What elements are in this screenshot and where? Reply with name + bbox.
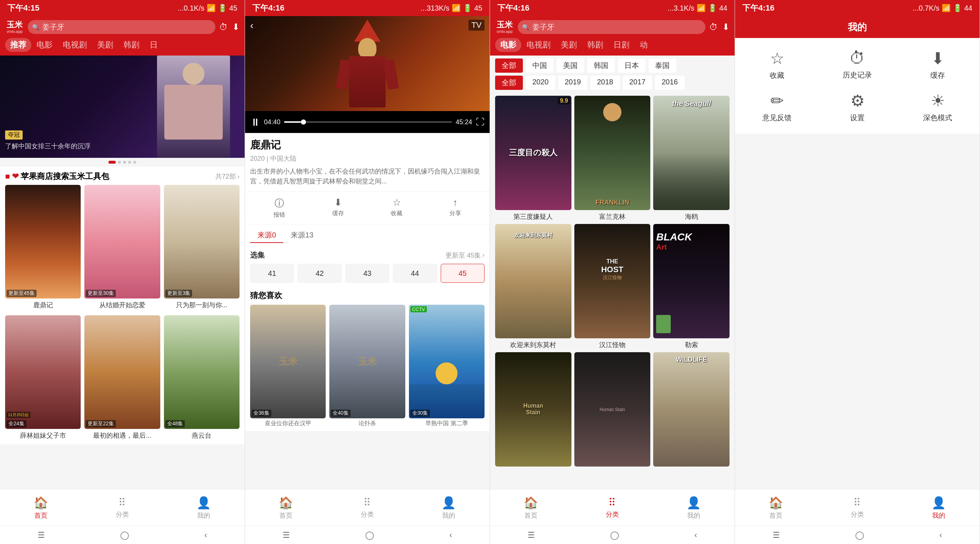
search-bar-3[interactable]: 🔍 姜子牙	[518, 20, 705, 34]
filter-jp[interactable]: 日本	[618, 59, 646, 73]
bottom-nav-home-3[interactable]: 🏠 首页	[523, 496, 538, 520]
history-icon-3[interactable]: ⏱	[709, 22, 718, 32]
sys-home-2[interactable]: ◯	[365, 530, 374, 540]
sys-menu-3[interactable]: ☰	[528, 530, 535, 540]
action-share[interactable]: ↑ 分享	[449, 197, 461, 219]
bottom-nav-cat-2[interactable]: ⠿ 分类	[361, 496, 374, 519]
card-d2[interactable]: 更新至22集 最初的相遇，最后...	[84, 315, 160, 440]
bottom-nav-my-4[interactable]: 👤 我的	[931, 496, 946, 520]
bottom-nav-my-1[interactable]: 👤 我的	[196, 496, 211, 520]
ep-42[interactable]: 42	[298, 264, 341, 283]
sys-menu-2[interactable]: ☰	[283, 530, 290, 540]
movie-card-3[interactable]: the Seagull 海鸥	[653, 96, 730, 221]
download-icon-3[interactable]: ⬇	[722, 22, 730, 32]
profile-action-feedback[interactable]: ✏ 意见反馈	[739, 88, 815, 126]
ep-45[interactable]: 45	[441, 264, 485, 283]
sys-menu-4[interactable]: ☰	[773, 530, 780, 540]
search-bar-1[interactable]: 🔍 姜子牙	[28, 20, 215, 34]
movie-card-8[interactable]: Human Stain	[574, 352, 651, 469]
bottom-nav-my-2[interactable]: 👤 我的	[441, 496, 456, 520]
progress-track[interactable]	[284, 121, 452, 123]
movie-card-1[interactable]: 三度目の殺人 9.9 第三度嫌疑人	[495, 96, 571, 221]
card-jiehun[interactable]: 更新至30集 从结婚开始恋爱	[84, 185, 160, 309]
bottom-nav-home-4[interactable]: 🏠 首页	[768, 496, 783, 520]
filter-us[interactable]: 美国	[557, 59, 584, 73]
tab3-anim[interactable]: 动	[635, 38, 653, 52]
profile-action-history[interactable]: ⏱ 历史记录	[819, 45, 896, 84]
source-tab-13[interactable]: 来源13	[283, 228, 321, 243]
sys-home-1[interactable]: ◯	[120, 530, 129, 540]
sys-back-3[interactable]: ‹	[694, 530, 697, 540]
filter-kr[interactable]: 韩国	[587, 59, 615, 73]
filter-2016[interactable]: 2016	[655, 76, 685, 90]
tab-us[interactable]: 美剧	[92, 38, 118, 52]
movie-card-9[interactable]: WILDLIFE	[653, 352, 730, 469]
card-luding[interactable]: 更新至45集 鹿鼎记	[5, 185, 81, 309]
source-tab-0[interactable]: 来源0	[250, 228, 283, 243]
filter-th[interactable]: 泰国	[649, 59, 676, 73]
tab3-us[interactable]: 美剧	[556, 38, 582, 52]
tab3-kr[interactable]: 韩剧	[582, 38, 608, 52]
bottom-nav-home-2[interactable]: 🏠 首页	[278, 496, 293, 520]
sys-home-3[interactable]: ◯	[610, 530, 619, 540]
profile-action-darkmode[interactable]: ☀ 深色模式	[899, 88, 976, 126]
tab-movie[interactable]: 电影	[32, 38, 58, 52]
ep-43[interactable]: 43	[345, 264, 389, 283]
sys-home-4[interactable]: ◯	[855, 530, 864, 540]
movie-card-6[interactable]: BLACK Art 勒索	[653, 224, 730, 349]
sys-back-1[interactable]: ‹	[204, 530, 207, 540]
rec-card-2[interactable]: 玉米 全40集 论扑杀	[329, 305, 405, 428]
movie-card-5[interactable]: THE HOST 汉江怪物 汉江怪物	[574, 224, 651, 349]
tab-kr[interactable]: 韩剧	[118, 38, 145, 52]
pause-icon[interactable]: ⏸	[250, 116, 260, 128]
filter-2019[interactable]: 2019	[558, 76, 588, 90]
action-cache[interactable]: ⬇ 缓存	[332, 197, 344, 219]
bottom-nav-home-1[interactable]: 🏠 首页	[33, 496, 48, 520]
filter-2018[interactable]: 2018	[590, 76, 620, 90]
tv-button[interactable]: TV	[468, 20, 485, 31]
action-fav[interactable]: ☆ 收藏	[391, 197, 402, 219]
tab-tv[interactable]: 电视剧	[58, 38, 92, 52]
movie-card-4[interactable]: 欢迎来到东莫村 欢迎来到东莫村	[495, 224, 571, 349]
card-zhina[interactable]: 更新至3集 只为那一刻与你...	[164, 185, 240, 309]
hero-banner[interactable]: 夺冠 了解中国女排三十余年的沉浮	[0, 56, 245, 158]
action-report[interactable]: ⓘ 报错	[274, 197, 285, 219]
history-icon-1[interactable]: ⏱	[219, 22, 228, 32]
movie-card-7[interactable]: HumanStain	[495, 352, 571, 469]
ep-44[interactable]: 44	[393, 264, 437, 283]
rec-card-1[interactable]: 玉米 全36集 喜业位你还在汉甲	[250, 305, 326, 428]
profile-action-settings[interactable]: ⚙ 设置	[819, 88, 896, 126]
download-icon-1[interactable]: ⬇	[232, 22, 240, 32]
fullscreen-icon[interactable]: ⛶	[476, 117, 485, 127]
panel-video: 下午4:16 ...313K/s 📶 🔋 45 ‹ TV	[245, 0, 490, 544]
tab3-movie[interactable]: 电影	[495, 38, 522, 52]
time-4: 下午4:16	[742, 3, 775, 14]
tab-recommend[interactable]: 推荐	[5, 38, 32, 52]
movie-card-2[interactable]: FRANKLIN 富兰克林	[574, 96, 651, 221]
video-area[interactable]: ‹ TV ⏸ 04:40 45:24 ⛶	[245, 16, 490, 133]
sys-back-4[interactable]: ‹	[939, 530, 942, 540]
recommend-title: 猜您喜欢	[250, 290, 485, 301]
filter-2017[interactable]: 2017	[623, 76, 652, 90]
rec-card-3[interactable]: CCTV 全30集 早熟中国 第二季	[409, 305, 485, 428]
profile-action-fav[interactable]: ☆ 收藏	[739, 45, 815, 84]
tab3-tv[interactable]: 电视剧	[522, 38, 556, 52]
tab3-jp[interactable]: 日剧	[608, 38, 635, 52]
filter-year-all[interactable]: 全部	[495, 76, 523, 90]
rec-title-3: 早熟中国 第二季	[409, 420, 485, 428]
profile-action-cache[interactable]: ⬇ 缓存	[899, 45, 976, 84]
card-d1[interactable]: 全24集 11月25日起 薛林姐妹父子市	[5, 315, 81, 440]
bottom-nav-cat-3[interactable]: ⠿ 分类	[606, 496, 619, 519]
ep-41[interactable]: 41	[250, 264, 294, 283]
tab-jp[interactable]: 日	[145, 38, 163, 52]
sys-menu-1[interactable]: ☰	[38, 530, 45, 540]
back-button[interactable]: ‹	[250, 20, 253, 32]
bottom-nav-my-3[interactable]: 👤 我的	[686, 496, 701, 520]
bottom-nav-cat-1[interactable]: ⠿ 分类	[116, 496, 129, 519]
filter-all[interactable]: 全部	[495, 59, 523, 73]
sys-back-2[interactable]: ‹	[449, 530, 452, 540]
bottom-nav-cat-4[interactable]: ⠿ 分类	[851, 496, 864, 519]
filter-2020[interactable]: 2020	[526, 76, 555, 90]
filter-china[interactable]: 中国	[526, 59, 554, 73]
card-d3[interactable]: 全48集 燕云台	[164, 315, 240, 440]
